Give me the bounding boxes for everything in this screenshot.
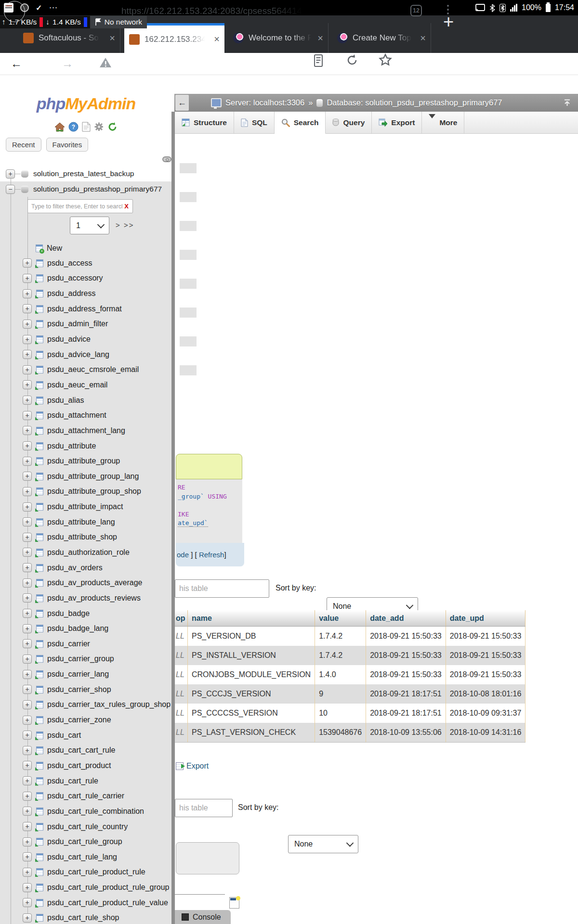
tree-table-row[interactable]: +psdu_advice_lang: [0, 347, 172, 362]
expand-plus-icon[interactable]: +: [23, 335, 32, 344]
expand-plus-icon[interactable]: +: [23, 274, 32, 283]
column-header-date_add[interactable]: date_add: [366, 610, 446, 627]
tree-table-row[interactable]: +psdu_attribute_impact: [0, 499, 172, 514]
forward-button[interactable]: →: [62, 57, 73, 70]
cell-value[interactable]: 1.4.0: [315, 665, 366, 684]
tab-close-button[interactable]: ×: [317, 33, 323, 44]
filter-rows-input[interactable]: [175, 804, 232, 812]
cell-date_add[interactable]: 2018-09-21 18:17:51: [366, 684, 446, 704]
column-header-op[interactable]: op: [175, 610, 188, 627]
url-field[interactable]: https://162.212.153.234:2083/cpsess56441…: [121, 4, 304, 18]
expand-plus-icon[interactable]: +: [23, 822, 32, 831]
cell-date_upd[interactable]: 2018-10-08 18:01:16: [446, 684, 525, 704]
expand-plus-icon[interactable]: +: [23, 746, 32, 755]
collapse-minus-icon[interactable]: −: [6, 185, 15, 194]
cell-date_add[interactable]: 2018-09-21 15:50:33: [366, 646, 446, 665]
tree-table-row[interactable]: +psdu_badge_lang: [0, 621, 172, 636]
expand-plus-icon[interactable]: +: [23, 852, 32, 861]
expand-plus-icon[interactable]: +: [23, 883, 32, 892]
expand-plus-icon[interactable]: +: [23, 670, 32, 679]
expand-plus-icon[interactable]: +: [23, 487, 32, 496]
expand-plus-icon[interactable]: +: [23, 289, 32, 298]
expand-plus-icon[interactable]: +: [23, 716, 32, 725]
expand-plus-icon[interactable]: +: [23, 913, 32, 923]
expand-plus-icon[interactable]: +: [23, 320, 32, 329]
back-button[interactable]: ←: [11, 57, 22, 70]
tree-table-row[interactable]: +psdu_carrier_lang: [0, 667, 172, 682]
cell-date_upd[interactable]: 2018-10-09 14:31:16: [446, 723, 525, 743]
sql-action-link-fragment[interactable]: Refresh: [199, 551, 224, 559]
tree-table-row[interactable]: +psdu_av_products_reviews: [0, 590, 172, 606]
tree-page-select[interactable]: 1: [70, 217, 109, 234]
cell-date_add[interactable]: 2018-10-09 13:55:06: [366, 723, 446, 743]
cell-name[interactable]: PS_CCCJS_VERSION: [188, 684, 315, 704]
bookmark-star-icon[interactable]: [379, 53, 392, 66]
sql-action-links[interactable]: ode ] [ Refresh]: [176, 543, 244, 566]
pma-tab-more[interactable]: More: [422, 112, 464, 133]
tree-table-row[interactable]: +psdu_av_products_average: [0, 575, 172, 590]
tree-table-row[interactable]: +psdu_carrier_group: [0, 652, 172, 667]
tree-table-row[interactable]: +psdu_cart_rule_product_rule: [0, 865, 172, 880]
filter-clear-button[interactable]: X: [124, 203, 132, 210]
tree-table-row[interactable]: +psdu_cart_rule_carrier: [0, 788, 172, 804]
settings-gear-icon[interactable]: [94, 122, 104, 132]
pma-tab-query[interactable]: Query: [326, 112, 372, 133]
tree-table-row[interactable]: +psdu_carrier_shop: [0, 682, 172, 697]
tree-table-row[interactable]: +psdu_cart_rule_lang: [0, 849, 172, 865]
refresh-icon[interactable]: [346, 54, 358, 66]
tree-table-row[interactable]: +psdu_av_orders: [0, 560, 172, 576]
breadcrumb-database[interactable]: Database: solution_psdu_prestashop_prima…: [327, 98, 502, 107]
tree-table-row[interactable]: +psdu_attribute_group_shop: [0, 484, 172, 500]
cell-op[interactable]: LL: [175, 646, 188, 665]
expand-plus-icon[interactable]: +: [23, 304, 32, 313]
cell-op[interactable]: LL: [175, 627, 188, 646]
expand-plus-icon[interactable]: +: [23, 365, 32, 374]
cell-op[interactable]: LL: [175, 704, 188, 723]
expand-plus-icon[interactable]: +: [23, 624, 32, 633]
cell-value[interactable]: 10: [315, 704, 366, 723]
query-box-area[interactable]: [176, 842, 239, 874]
browser-tab[interactable]: Create New Topi×: [332, 23, 431, 53]
expand-plus-icon[interactable]: +: [23, 563, 32, 572]
tree-table-row[interactable]: +psdu_cart_rule_combination: [0, 804, 172, 819]
tree-table-row[interactable]: +psdu_carrier_tax_rules_group_shop: [0, 697, 172, 713]
expand-plus-icon[interactable]: +: [23, 898, 32, 907]
documentation-icon[interactable]: [82, 122, 91, 132]
tree-table-row[interactable]: +psdu_attribute_group_lang: [0, 469, 172, 484]
tree-new-table-row[interactable]: New: [0, 241, 172, 256]
tab-close-button[interactable]: ×: [109, 33, 115, 44]
expand-plus-icon[interactable]: +: [23, 685, 32, 694]
tree-table-row[interactable]: +psdu_authorization_role: [0, 545, 172, 560]
pma-tab-structure[interactable]: Structure: [175, 112, 234, 133]
cell-value[interactable]: 1539048676: [315, 723, 366, 743]
expand-plus-icon[interactable]: +: [23, 578, 32, 588]
tree-table-row[interactable]: +psdu_advice: [0, 332, 172, 347]
cell-op[interactable]: LL: [175, 723, 188, 743]
tab-close-button[interactable]: ×: [214, 34, 220, 45]
expand-plus-icon[interactable]: +: [23, 258, 32, 268]
tree-table-row[interactable]: +psdu_admin_filter: [0, 317, 172, 332]
column-header-value[interactable]: value: [315, 610, 366, 627]
cell-op[interactable]: LL: [175, 665, 188, 684]
tree-table-row[interactable]: +psdu_aeuc_email: [0, 377, 172, 393]
expand-plus-icon[interactable]: +: [23, 761, 32, 770]
expand-plus-icon[interactable]: +: [23, 396, 32, 405]
expand-plus-icon[interactable]: +: [23, 380, 32, 389]
cell-date_add[interactable]: 2018-09-21 15:50:33: [366, 665, 446, 684]
tree-table-row[interactable]: +psdu_attribute_lang: [0, 514, 172, 530]
tree-table-row[interactable]: +psdu_access: [0, 256, 172, 271]
breadcrumb-server[interactable]: Server: localhost:3306: [225, 98, 304, 107]
expand-plus-icon[interactable]: +: [23, 457, 32, 466]
cell-date_upd[interactable]: 2018-09-21 15:50:33: [446, 665, 525, 684]
scroll-top-icon[interactable]: [563, 99, 571, 107]
column-header-date_upd[interactable]: date_upd: [446, 610, 525, 627]
console-toggle-bar[interactable]: Console: [175, 910, 231, 924]
expand-plus-icon[interactable]: +: [23, 792, 32, 801]
nav-tab-favorites[interactable]: Favorites: [46, 138, 89, 152]
expand-plus-icon[interactable]: +: [23, 441, 32, 450]
insecure-warning-icon[interactable]: [99, 57, 112, 68]
tree-table-row[interactable]: +psdu_attribute_shop: [0, 530, 172, 545]
tree-table-row[interactable]: +psdu_attachment: [0, 408, 172, 423]
expand-plus-icon[interactable]: +: [23, 502, 32, 512]
expand-plus-icon[interactable]: +: [23, 776, 32, 785]
